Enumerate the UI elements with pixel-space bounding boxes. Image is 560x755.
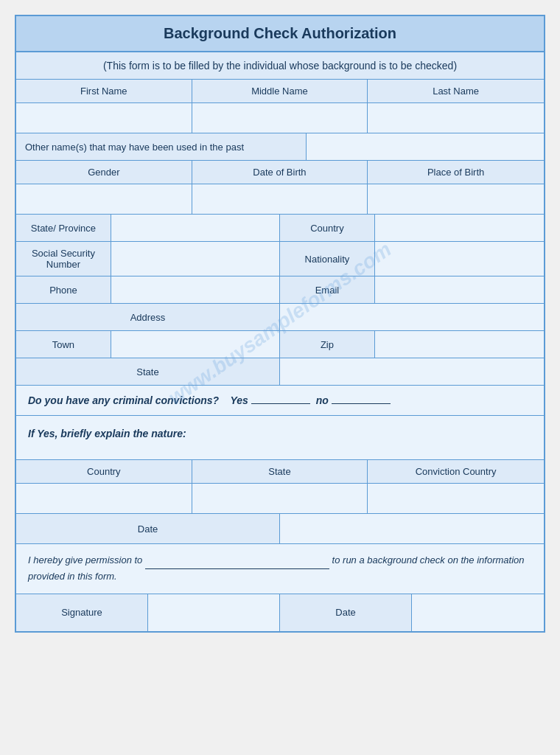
country-col-input[interactable]: [16, 484, 192, 513]
ssn-row: Social Security Number Nationality: [16, 242, 544, 276]
other-names-input[interactable]: [307, 133, 544, 160]
date-input[interactable]: [280, 514, 544, 543]
permission-text1: I hereby give permission to: [28, 554, 142, 566]
nationality-label: Nationality: [280, 242, 375, 276]
conviction-country-input[interactable]: [368, 484, 544, 513]
permission-row: I hereby give permission to to run a bac…: [16, 544, 544, 594]
date-header-row: Date: [16, 514, 544, 544]
date-label: Date: [16, 514, 280, 543]
state-province-input[interactable]: [111, 215, 280, 241]
sig-date-label: Date: [280, 594, 412, 631]
ssn-input[interactable]: [111, 242, 280, 276]
no-label: no: [316, 394, 329, 406]
state2-input[interactable]: [280, 358, 544, 385]
dob-label: Date of Birth: [192, 161, 368, 184]
phone-label: Phone: [16, 276, 111, 303]
first-name-label: First Name: [16, 80, 192, 102]
signature-input[interactable]: [148, 594, 280, 631]
town-input[interactable]: [111, 331, 280, 358]
signature-label: Signature: [16, 594, 148, 631]
state-province-label: State/ Province: [16, 215, 111, 241]
address-header-row: Address: [16, 304, 544, 331]
state2-label: State: [16, 358, 280, 385]
csc-input-row: [16, 484, 544, 514]
email-label: Email: [280, 276, 375, 303]
gender-header-row: Gender Date of Birth Place of Birth: [16, 161, 544, 184]
sig-date-input[interactable]: [412, 594, 544, 631]
first-name-input[interactable]: [16, 103, 192, 133]
place-of-birth-label: Place of Birth: [368, 161, 544, 184]
zip-label: Zip: [280, 331, 375, 358]
place-of-birth-input[interactable]: [368, 184, 544, 214]
address-label: Address: [16, 304, 280, 330]
csc-header-row: Country State Conviction Country: [16, 460, 544, 484]
yes-label: Yes: [230, 394, 248, 406]
state2-row: State: [16, 358, 544, 386]
zip-input[interactable]: [375, 331, 544, 358]
address-input-top[interactable]: [280, 304, 544, 330]
name-header-row: First Name Middle Name Last Name: [16, 80, 544, 103]
other-names-row: Other name(s) that may have been used in…: [16, 133, 544, 161]
conviction-question-text: Do you have any criminal convictions?: [28, 394, 219, 406]
country-col-label: Country: [16, 460, 192, 483]
town-label: Town: [16, 331, 111, 358]
explain-section: If Yes, briefly explain the nature:: [16, 416, 544, 460]
email-input[interactable]: [375, 276, 544, 303]
town-row: Town Zip: [16, 331, 544, 358]
permission-underline: [145, 553, 329, 569]
phone-input[interactable]: [111, 276, 280, 303]
conviction-question-row: Do you have any criminal convictions? Ye…: [16, 386, 544, 416]
nationality-input[interactable]: [375, 242, 544, 276]
dob-input[interactable]: [192, 184, 368, 214]
country-input[interactable]: [375, 215, 544, 241]
state-col-label: State: [192, 460, 368, 483]
gender-input-row: [16, 184, 544, 215]
gender-input[interactable]: [16, 184, 192, 214]
middle-name-input[interactable]: [192, 103, 368, 133]
last-name-input[interactable]: [368, 103, 544, 133]
ssn-label: Social Security Number: [16, 242, 111, 276]
state-province-row: State/ Province Country: [16, 215, 544, 242]
country-label: Country: [280, 215, 375, 241]
middle-name-label: Middle Name: [192, 80, 368, 102]
name-input-row: [16, 103, 544, 133]
form-title: Background Check Authorization: [16, 16, 544, 52]
form-subtitle: (This form is to be filled by the indivi…: [16, 52, 544, 80]
other-names-label: Other name(s) that may have been used in…: [16, 133, 307, 160]
signature-row: Signature Date: [16, 594, 544, 631]
explain-label: If Yes, briefly explain the nature:: [28, 428, 532, 439]
conviction-country-label: Conviction Country: [368, 460, 544, 483]
gender-label: Gender: [16, 161, 192, 184]
last-name-label: Last Name: [368, 80, 544, 102]
state-col-input[interactable]: [192, 484, 368, 513]
phone-row: Phone Email: [16, 276, 544, 304]
